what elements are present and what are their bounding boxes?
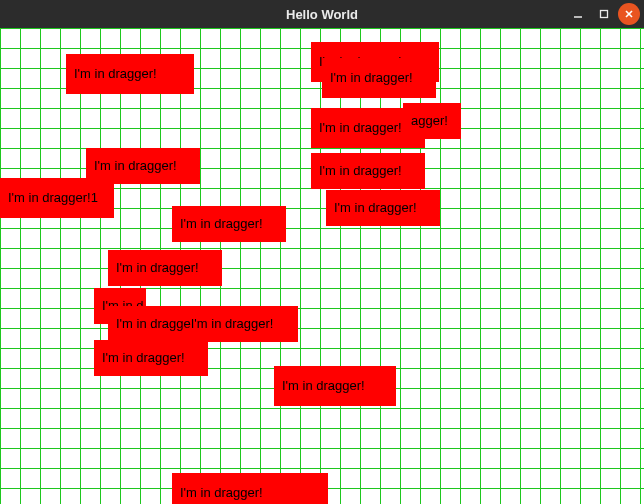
dragger-box[interactable]: I'm in dragger! — [108, 250, 222, 286]
titlebar[interactable]: Hello World — [0, 0, 644, 28]
minimize-button[interactable] — [566, 3, 590, 25]
minimize-icon — [573, 9, 583, 19]
dragger-label: I'm in dragger! — [74, 66, 157, 81]
dragger-box[interactable]: I'm in dragger! — [172, 473, 328, 504]
dragger-label: I'm in dragger! — [282, 378, 365, 393]
dragger-box[interactable]: I'm in dragger! — [311, 153, 425, 189]
dragger-label: I'm in dragger! — [180, 216, 263, 231]
dragger-label: I'm in dragger! — [116, 260, 199, 275]
dragger-box[interactable]: I'm in dragger! — [322, 58, 436, 98]
close-button[interactable] — [618, 3, 640, 25]
dragger-label: agger! — [411, 113, 448, 128]
maximize-button[interactable] — [592, 3, 616, 25]
grid-canvas[interactable]: I'm in dragger!I'm in dragger!I'm in dra… — [0, 28, 644, 504]
dragger-box[interactable]: I'm in dragger! — [274, 366, 396, 406]
dragger-label: I'm in dragger! — [180, 485, 263, 500]
app-window: Hello World I'm in dragger!I'm in dragge… — [0, 0, 644, 504]
dragger-label: I'm in draggeI'm in dragger! — [116, 316, 273, 331]
dragger-label: I'm in dragger! — [319, 163, 402, 178]
dragger-box[interactable]: agger! — [403, 103, 461, 139]
dragger-box[interactable]: I'm in dragger! — [172, 206, 286, 242]
window-controls — [566, 0, 640, 28]
window-title: Hello World — [0, 7, 644, 22]
dragger-box[interactable]: I'm in draggeI'm in dragger! — [108, 306, 298, 342]
dragger-box[interactable]: I'm in dragger! — [326, 190, 440, 226]
dragger-box[interactable]: I'm in dragger!1 — [0, 178, 114, 218]
dragger-label: I'm in dragger! — [102, 350, 185, 365]
dragger-label: I'm in dragger! — [334, 200, 417, 215]
dragger-label: I'm in dragger! — [94, 158, 177, 173]
close-icon — [624, 9, 634, 19]
svg-rect-1 — [601, 11, 608, 18]
dragger-box[interactable]: I'm in dragger! — [94, 340, 208, 376]
dragger-box[interactable]: I'm in dragger! — [66, 54, 194, 94]
dragger-label: I'm in dragger! — [319, 120, 402, 135]
dragger-label: I'm in dragger! — [330, 70, 413, 85]
maximize-icon — [599, 9, 609, 19]
dragger-label: I'm in dragger!1 — [8, 190, 98, 205]
